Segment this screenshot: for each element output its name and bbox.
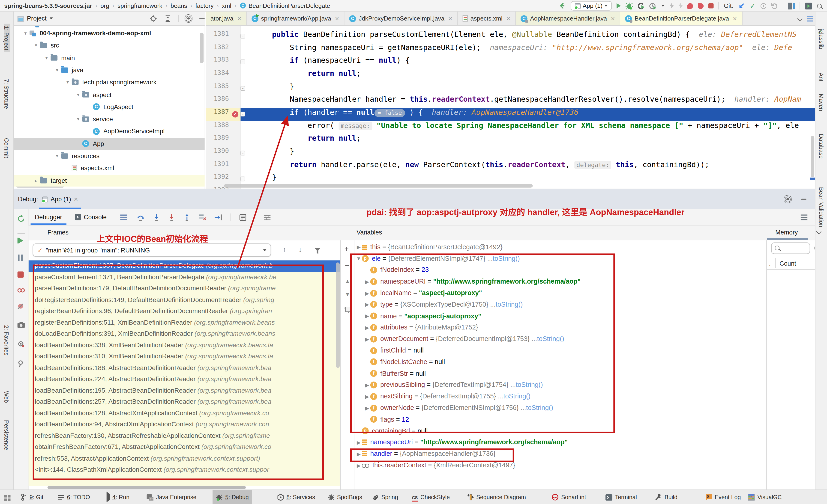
tree-arrow-icon[interactable]: ▶ <box>364 313 370 319</box>
pause-button[interactable] <box>17 254 23 261</box>
variable-row-name[interactable]: ▶fname = "aop:aspectj-autoproxy" <box>355 310 767 322</box>
editor-tab[interactable]: CBeanDefinitionParserDelegate.java✕ <box>620 11 742 25</box>
variable-row-nextSibling[interactable]: ▶fnextSibling = {DeferredTextImpl@1755} … <box>355 391 767 402</box>
sidebar-item-database[interactable]: Database <box>818 134 824 159</box>
layout-windows-icon[interactable] <box>788 2 795 10</box>
breadcrumb-class-item[interactable]: BeanDefinitionParserDelegate <box>248 2 330 8</box>
fold-marker-icon[interactable]: - <box>240 86 245 91</box>
evaluate-expression-icon[interactable] <box>240 213 246 221</box>
run-to-cursor-icon[interactable] <box>215 213 222 221</box>
breadcrumb-item[interactable]: xml <box>222 2 231 8</box>
variable-row-fNodeIndex[interactable]: ffNodeIndex = 23 <box>355 264 767 276</box>
tree-arrow-icon[interactable]: ▶ <box>364 394 370 399</box>
statusbar-item-debug[interactable]: 5: Debug <box>212 490 252 504</box>
add-watch-icon[interactable]: + <box>344 244 349 253</box>
variable-row-namespaceUri[interactable]: ▶namespaceUri = "http://www.springframew… <box>355 437 767 448</box>
frame-row[interactable]: registerBeanDefinitions:511, XmlBeanDefi… <box>29 317 340 328</box>
tree-item-service[interactable]: ▾service <box>14 113 204 125</box>
sidebar-item-7-structure[interactable]: 7: Structure <box>3 79 10 109</box>
filter-frames-icon[interactable] <box>314 247 321 254</box>
frame-row[interactable]: doRegisterBeanDefinitions:149, DefaultBe… <box>29 294 340 306</box>
gutter-line-1384[interactable]: 1384 <box>206 69 240 82</box>
profiler-button[interactable] <box>649 2 657 10</box>
tostring-link[interactable]: toString() <box>503 393 531 400</box>
pin-tab-icon[interactable] <box>17 360 23 368</box>
tree-arrow-icon[interactable]: ▶ <box>364 325 370 330</box>
local-history-icon[interactable] <box>761 3 766 9</box>
sidebar-item-commit[interactable]: Commit <box>3 138 10 158</box>
prev-frame-icon[interactable]: ↑ <box>283 245 286 254</box>
tree-arrow-icon[interactable]: ▶ <box>355 462 362 468</box>
threads-view-icon[interactable] <box>120 214 127 221</box>
statusbar-item-sonarlint[interactable]: SonarLint <box>548 490 589 504</box>
frame-row[interactable]: obtainFreshBeanFactory:671, AbstractAppl… <box>29 442 340 453</box>
statusbar-item-event-log[interactable]: 8Event Log <box>701 490 744 504</box>
collapse-all-icon[interactable] <box>164 15 171 22</box>
tree-arrow-icon[interactable]: ▶ <box>364 405 370 411</box>
sidebar-item-bean-validation[interactable]: Bean Validation <box>818 187 824 227</box>
tostring-link[interactable]: toString() <box>496 301 523 308</box>
variable-row-attributes[interactable]: ▶fattributes = {AttributeMap@1752} <box>355 322 767 333</box>
tree-item-resources[interactable]: ▾resources <box>14 150 204 162</box>
variable-row-fBufferStr[interactable]: ffBufferStr = null <box>355 368 767 379</box>
tree-arrow-icon[interactable]: ▾ <box>24 31 30 36</box>
close-icon[interactable]: ✕ <box>335 15 339 21</box>
tree-arrow-icon[interactable]: ▶ <box>364 336 370 342</box>
variable-row-containingBd[interactable]: pcontainingBd = null <box>355 425 767 437</box>
variable-row-type[interactable]: ▶ftype = {XSComplexTypeDecl@1750} ... to… <box>355 299 767 310</box>
gutter-line-1382[interactable]: 1382 <box>206 43 240 56</box>
frame-row[interactable]: loadBeanDefinitions:257, AbstractBeanDef… <box>29 396 340 408</box>
sidebar-item-persistence[interactable]: Persistence <box>3 420 10 450</box>
editor-tab[interactable]: CAopNamespaceHandler.java✕ <box>516 11 621 25</box>
hidden-tabs-chevron-icon[interactable] <box>797 16 802 21</box>
frame-row[interactable]: loadBeanDefinitions:195, AbstractBeanDef… <box>29 385 340 396</box>
step-out-icon[interactable] <box>184 213 191 221</box>
next-frame-icon[interactable]: ↓ <box>299 245 302 254</box>
gutter-line-1385[interactable]: 1385- <box>206 82 240 95</box>
thread-selector[interactable]: ✓ "main"@1 in group "main": RUNNING <box>33 243 271 257</box>
back-arrow-icon[interactable] <box>558 2 566 10</box>
variable-row-fNodeListCache[interactable]: ffNodeListCache = null <box>355 356 767 368</box>
editor-tab[interactable]: CJdkProxyDemoServiceImpl.java✕ <box>344 11 458 25</box>
tree-item-004-spring-framework-demo-aop-xml[interactable]: ▾004-spring-framework-demo-aop-xml <box>14 27 204 39</box>
hide-debug-panel-icon[interactable] <box>801 199 807 200</box>
tab-debugger[interactable]: Debugger <box>29 209 68 225</box>
fold-marker-icon[interactable]: - <box>240 34 245 39</box>
run-configuration-select[interactable]: App (1) <box>571 1 612 11</box>
sidebar-item-2-favorites[interactable]: 2: Favorites <box>3 325 10 355</box>
tostring-link[interactable]: toString() <box>516 381 543 389</box>
sidebar-item-maven[interactable]: Maven <box>818 94 824 111</box>
frame-row[interactable]: parseBeanDefinitions:179, DefaultBeanDef… <box>29 283 340 294</box>
debug-layout-menu-icon[interactable] <box>801 214 808 221</box>
search-everywhere-icon[interactable] <box>817 3 822 8</box>
tree-item-aopdemoserviceimpl[interactable]: CAopDemoServiceImpl <box>14 126 204 137</box>
gutter-line-1381[interactable]: 1381- <box>206 30 240 43</box>
tree-arrow-icon[interactable]: ▶ <box>355 451 362 457</box>
statusbar-item-git[interactable]: 9: Git <box>18 490 47 504</box>
tree-arrow-icon[interactable]: ▾ <box>77 92 82 97</box>
frame-row[interactable]: loadBeanDefinitions:128, AbstractXmlAppl… <box>29 408 340 419</box>
attach-debugger-icon[interactable] <box>698 3 704 9</box>
tree-arrow-icon[interactable]: ▶ <box>364 279 370 284</box>
run-button[interactable] <box>617 3 621 8</box>
debug-settings-gear-icon[interactable] <box>785 196 790 202</box>
frame-row[interactable]: loadBeanDefinitions:310, XmlBeanDefiniti… <box>29 351 340 362</box>
layout-settings-icon[interactable] <box>264 214 271 221</box>
close-icon[interactable]: ✕ <box>237 15 241 21</box>
tree-item-main[interactable]: ▾main <box>14 52 204 63</box>
mute-breakpoints-button[interactable] <box>17 302 23 310</box>
tree-item-aspect[interactable]: ▾aspect <box>14 89 204 100</box>
variable-row-ownerDocument[interactable]: ▶fownerDocument = {DeferredDocumentImpl@… <box>355 333 767 345</box>
view-breakpoints-button[interactable] <box>17 286 25 293</box>
frames-horizontal-scrollbar[interactable] <box>48 486 246 489</box>
statusbar-item-spring[interactable]: Spring <box>369 490 401 504</box>
locate-file-icon[interactable] <box>150 15 157 22</box>
statusbar-item-run[interactable]: 4: Run <box>103 490 133 504</box>
breadcrumb-item[interactable]: org <box>100 2 109 8</box>
tree-item-target[interactable]: ▸target <box>14 175 204 186</box>
git-commit-button[interactable]: ✓ <box>750 2 756 10</box>
close-icon[interactable]: ✕ <box>611 15 615 21</box>
gutter-line-1390[interactable]: 1390- <box>206 147 240 160</box>
memory-title[interactable]: Memory <box>775 229 798 236</box>
close-icon[interactable]: ✕ <box>74 196 78 202</box>
